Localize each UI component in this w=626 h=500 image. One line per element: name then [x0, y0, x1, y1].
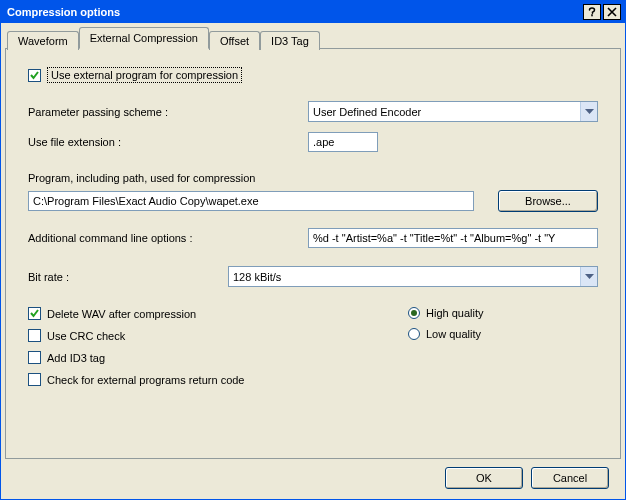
program-label: Program, including path, used for compre… [28, 172, 598, 184]
use-external-row: Use external program for compression [28, 67, 598, 83]
high-quality-radio[interactable] [408, 307, 420, 319]
add-id3-label: Add ID3 tag [47, 352, 105, 364]
delete-wav-checkbox[interactable] [28, 307, 41, 320]
tabstrip: Waveform External Compression Offset ID3… [5, 27, 621, 49]
use-ext-label: Use file extension : [28, 136, 308, 148]
bitrate-dropdown[interactable]: 128 kBit/s [228, 266, 598, 287]
file-extension-input[interactable] [308, 132, 378, 152]
dialog-buttons: OK Cancel [445, 467, 609, 489]
tab-panel: Use external program for compression Par… [5, 48, 621, 459]
tab-external-compression[interactable]: External Compression [79, 27, 209, 49]
high-quality-row: High quality [408, 307, 483, 319]
delete-wav-row: Delete WAV after compression [28, 307, 408, 320]
close-button[interactable] [603, 4, 621, 20]
return-code-label: Check for external programs return code [47, 374, 244, 386]
ok-button[interactable]: OK [445, 467, 523, 489]
use-external-checkbox[interactable] [28, 69, 41, 82]
program-path-input[interactable] [28, 191, 474, 211]
use-crc-row: Use CRC check [28, 329, 408, 342]
tab-id3[interactable]: ID3 Tag [260, 31, 320, 50]
high-quality-label: High quality [426, 307, 483, 319]
param-scheme-label: Parameter passing scheme : [28, 106, 308, 118]
chevron-down-icon [580, 267, 597, 286]
client-area: Waveform External Compression Offset ID3… [5, 27, 621, 495]
checkmark-icon [29, 70, 40, 81]
use-crc-checkbox[interactable] [28, 329, 41, 342]
cancel-button[interactable]: Cancel [531, 467, 609, 489]
add-id3-checkbox[interactable] [28, 351, 41, 364]
title-bar: Compression options [1, 1, 625, 23]
tab-offset[interactable]: Offset [209, 31, 260, 50]
low-quality-row: Low quality [408, 328, 483, 340]
bitrate-value: 128 kBit/s [229, 271, 580, 283]
chevron-down-icon [580, 102, 597, 121]
return-code-checkbox[interactable] [28, 373, 41, 386]
delete-wav-label: Delete WAV after compression [47, 308, 196, 320]
window-buttons [583, 4, 621, 20]
browse-button[interactable]: Browse... [498, 190, 598, 212]
use-crc-label: Use CRC check [47, 330, 125, 342]
close-icon [607, 7, 617, 17]
help-button[interactable] [583, 4, 601, 20]
low-quality-label: Low quality [426, 328, 481, 340]
add-id3-row: Add ID3 tag [28, 351, 408, 364]
help-icon [587, 7, 597, 17]
low-quality-radio[interactable] [408, 328, 420, 340]
radio-dot-icon [411, 310, 417, 316]
param-scheme-value: User Defined Encoder [309, 106, 580, 118]
cmd-options-input[interactable] [308, 228, 598, 248]
return-code-row: Check for external programs return code [28, 373, 408, 386]
param-scheme-dropdown[interactable]: User Defined Encoder [308, 101, 598, 122]
checkmark-icon [29, 308, 40, 319]
bitrate-label: Bit rate : [28, 271, 228, 283]
window-title: Compression options [7, 6, 583, 18]
use-external-label: Use external program for compression [47, 67, 242, 83]
dialog-window: Compression options Waveform External Co… [0, 0, 626, 500]
cmd-options-label: Additional command line options : [28, 232, 308, 244]
tab-waveform[interactable]: Waveform [7, 31, 79, 50]
